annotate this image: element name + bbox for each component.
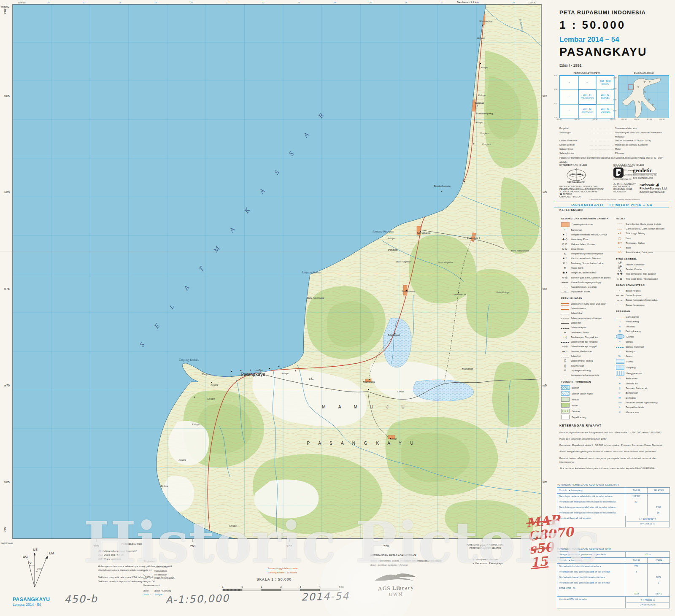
cape-label: Tanjung Pangian (372, 230, 394, 233)
airstrip-symbol: ┄┄ (561, 373, 569, 377)
legend-item: ⊔ ⊔Cina, Hindu (561, 246, 615, 251)
pencil-note-2: A-1:50,000 (165, 592, 230, 606)
legend-item: Danau (616, 334, 674, 340)
legend-item: Rawa (616, 359, 674, 365)
legend-item: ✶Menara suar (616, 410, 674, 414)
timbunan-symbol: ≣ ≡ (616, 241, 624, 245)
cape-label: Tanjung Bakau (301, 270, 321, 274)
series-title: PETA RUPABUMI INDONESIA (559, 9, 646, 16)
minute-label: 26' (405, 1, 408, 4)
index-cell: – (560, 104, 579, 119)
easting-label: 765 (286, 544, 292, 548)
legend-item: ▪Bangunan (561, 227, 615, 232)
corner-longitude: 119°30' (528, 1, 537, 4)
corner-northing: 9889mU (1, 5, 9, 8)
svg-text:UG: UG (23, 555, 28, 559)
svg-text:1: 1 (222, 586, 223, 588)
legend-item: Hutan (561, 403, 615, 408)
svg-text:1°04': 1°04' (37, 567, 42, 570)
region-label: P A S A N G K A Y U (307, 441, 417, 446)
publisher-address: BADAN KOORDINASI SURVEY DANPEMETAAN NASI… (559, 185, 613, 198)
contractor-address: JL. IR. H. JUANDA 77PHONE 447479BANDUNG,… (613, 183, 640, 193)
edge-destination-note: Pedanda ± 1,4 km (122, 543, 142, 545)
tegal-symbol (561, 415, 570, 419)
legend-item: Belukar (561, 408, 615, 414)
bld-symbol: ▪ (561, 228, 569, 232)
bkec-symbol: · · · · (616, 303, 624, 307)
contour-symbol: ◠◠ (616, 222, 624, 226)
legend-item: ◯Bukit (616, 236, 674, 240)
legend-item: Jalan lain (561, 320, 615, 325)
vegetation-label: Cengkeh (480, 132, 489, 135)
history-paragraph: Peta ini digambar secara fotogrametri da… (559, 430, 671, 434)
hill-label: Bulu Pasoloang (307, 296, 324, 299)
corner-latitude: 1°15' (4, 527, 6, 532)
local-symbol (561, 314, 569, 314)
legend-item: ✕ ○Tambang, Sumur bahan bakar (561, 261, 615, 265)
legend-item: ┼┼┼Jalan kereta api tunggal (561, 344, 615, 349)
village-label: Pangian (388, 248, 398, 251)
vegetation-label: Kelapa (255, 369, 262, 372)
svg-text:3: 3 (300, 586, 301, 588)
corner-latitude: 1°00' (4, 8, 6, 14)
easting-label: 755 (93, 544, 99, 548)
legend-item: ↓Air terjun (616, 349, 674, 354)
vegetation-label: Kelapa (477, 37, 484, 39)
edition-label: Edisi I - 1991 (559, 63, 582, 68)
pipe-symbol: —••— (561, 290, 569, 294)
sheet-number: Lembar 2014 – 54 (559, 35, 619, 44)
pencil-note-1: 450-b (64, 593, 98, 605)
jeram-symbol: ≫ (616, 354, 624, 358)
rail1-symbol: ┼┼┼ (561, 345, 569, 348)
geodetic-logo: geodetic (633, 168, 657, 173)
town-label: Pasangkayu (241, 371, 265, 377)
abbrev-title: Singkatan : (143, 559, 202, 563)
beting-symbol: ◍ (616, 330, 624, 333)
legend-item: –··–Batas Kabupaten/Kotamadya (616, 298, 674, 303)
index-left-title: PETUNJUK LETAK PETA (559, 72, 614, 74)
kastro-symbol: ⊕ ✚ (616, 272, 624, 276)
minute-label: 18' (119, 1, 122, 4)
map-body: S E L A T M A K A S S A RM A M U J UP A … (13, 4, 541, 539)
northing-label: 9880 (4, 191, 10, 194)
northing-label: 9875 (4, 287, 10, 290)
legend-item: ⊞Lapangan terbang (561, 368, 615, 373)
svg-text:5 km: 5 km (339, 586, 344, 588)
vegetation-label: Kelapa (387, 237, 394, 240)
corner-northing: 9861728mU (1, 542, 13, 545)
artery-symbol (561, 303, 569, 305)
northing-label: 9870 (4, 384, 10, 387)
svg-text:US: US (33, 548, 38, 551)
minute-label: 21' (226, 1, 229, 4)
publisher-right: DILAKSANAKAN OLEH BBI INTERNATIONAL INC.… (613, 164, 672, 198)
index-cell: – (560, 76, 579, 90)
minute-label: 24' (333, 1, 336, 4)
map-sheet-page: S E L A T M A K A S S A RM A M U J UP A … (0, 0, 675, 616)
village-label: Tumpah (474, 101, 484, 105)
legend-item: Jalan lori (561, 354, 615, 358)
legend-item: ▭|Tambangan, Tonggak km (561, 335, 615, 339)
projection-row: Selang kontur. . . . . . . . . . . . . .… (559, 151, 669, 156)
publisher-left: DITERBITKAN OLEH BAKOSURTANAL BADAN KOOR… (559, 164, 613, 198)
tline-symbol: —·— (561, 285, 569, 289)
svg-text:BAKOSURTANAL: BAKOSURTANAL (567, 181, 586, 184)
northing-label: 9875 (543, 287, 547, 290)
village-label: Martajaya (363, 380, 375, 384)
sungai-symbol: ≈ (616, 340, 624, 343)
index-cell: 2014 - 52 MARTAJAYA (578, 104, 597, 119)
abbreviations: Singkatan : G-GubernuranK-KabupatenC-Kec… (143, 559, 202, 597)
legend-item: —·—Kawat telepon, telegrap (561, 285, 615, 289)
path-symbol (561, 328, 569, 329)
legend-item: ∴∴Pasir/Kerakal, Bukit pasir (616, 250, 674, 255)
legend-item: ∪∪Pecahan ombak / gelombang (616, 400, 674, 405)
index-map-adjacent-sheets: PETUNJUK LETAK PETA ––2015 - 31/32 WATAT… (559, 72, 614, 118)
region-label: M A M U J U (322, 405, 410, 409)
tank-symbol: ◉ ● (561, 271, 569, 274)
bbi-logo: BBI INTERNATIONAL INC. (613, 168, 633, 180)
worship-symbol: ● † (561, 233, 569, 236)
vegetation-label: Kelapa (178, 459, 186, 461)
admin-note-text: Batas administrasi di peta ini adalah se… (370, 559, 442, 567)
pantai-symbol (616, 318, 624, 318)
vegetation-label: Kelapa (192, 423, 199, 426)
publisher-block: DITERBITKAN OLEH BAKOSURTANAL BADAN KOOR… (559, 164, 672, 198)
